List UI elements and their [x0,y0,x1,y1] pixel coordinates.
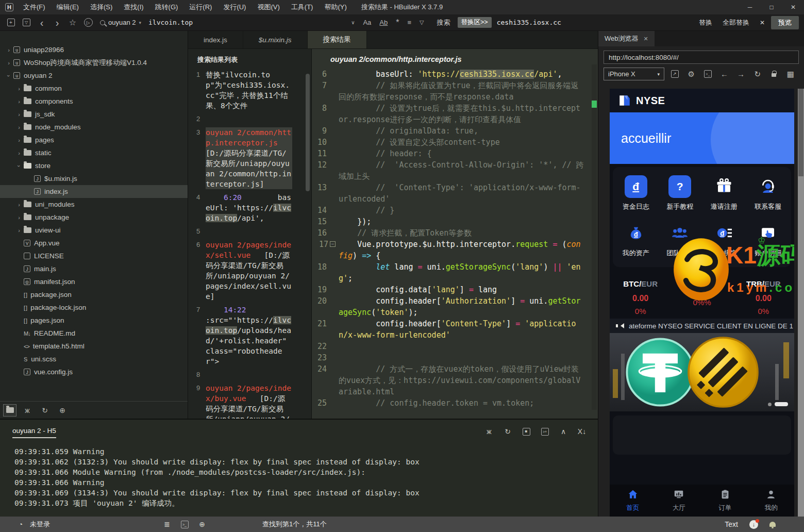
code-line[interactable]: 24 // 方式一，存放在vuex的token，假设使用了uView封装的vue… [312,363,598,397]
code-line[interactable]: 9 // originalData: true, [312,125,598,137]
open-external-icon[interactable]: ↗ [666,70,683,79]
nav-item-mine[interactable]: 我的 [748,485,795,517]
menu-T[interactable]: 工具(T) [286,0,319,14]
code-editor[interactable]: ouyuan 2/common/http.interceptor.js 6 ba… [312,49,598,419]
tree-item-node_modules[interactable]: ›node_modules [0,121,188,134]
star-icon[interactable]: ☆ [65,16,80,29]
search-result-item[interactable]: 3ouyuan 2/common/http.interceptor.js [D:… [188,127,311,189]
search-panel-scrollbar[interactable] [306,74,310,191]
carousel-dots[interactable] [768,402,788,406]
replace-all-button[interactable]: 全部替换 [718,16,753,29]
stop-icon[interactable]: ■ [521,426,532,437]
ticker[interactable]: 0.000%% [671,279,732,319]
code-line[interactable]: 13 // 'Content-Type': 'application/x-www… [312,182,598,205]
device-selector[interactable]: iPhone X ▾ [604,68,664,80]
tree-item-pages-json[interactable]: [ ]pages.json [0,314,188,327]
editor-scrollbar[interactable] [592,64,597,410]
web-icon[interactable]: ⊕ [196,520,208,528]
search-result-item[interactable]: 9ouyuan 2/pages/index/buy.vue [D:/源码分享渠道… [188,383,311,419]
menu-R[interactable]: 运行(R) [183,0,217,14]
restart-icon[interactable]: ↻ [502,426,513,437]
replace-value-input[interactable]: ceshi335.iosx.cc [497,19,561,26]
terminal-icon[interactable]: >_ [699,70,716,79]
project-selector[interactable]: ouyuan 2 ▾ [100,19,141,26]
grid-item-invite[interactable]: 邀请注册 [702,175,746,211]
menu-S[interactable]: 选择(S) [85,0,118,14]
back-icon[interactable]: ‹ [34,16,49,29]
search-result-item[interactable]: 2 [188,114,311,124]
menu-G[interactable]: 跳转(G) [149,0,184,14]
list-icon[interactable]: ≡ [404,19,415,26]
collapse-icon[interactable]: ∧ [558,426,569,437]
tree-item-template-h5-html[interactable]: <>template.h5.html [0,340,188,353]
preview-button[interactable]: 预览 [771,16,799,29]
code-line[interactable]: 21 config.header['Content-Type'] = 'appl… [312,318,598,341]
code-line[interactable]: 8 // 设置为true后，就需要在this.$u.http.intercept… [312,103,598,125]
menu-F[interactable]: 文件(F) [18,0,51,14]
tree-item-package-lock-json[interactable]: [ ]package-lock.json [0,301,188,314]
tab--u-mixin-js[interactable]: $u.mixin.js [243,31,308,48]
search-result-item[interactable]: 5 [188,226,311,237]
browser-scrollbar[interactable] [798,89,804,517]
menu-Y[interactable]: 帮助(Y) [319,0,352,14]
text-mode-indicator[interactable]: Text [725,520,738,528]
tree-item-vue-config-js[interactable]: Jvue.config.js [0,365,188,378]
grid-item-service[interactable]: 联系客服 [746,175,791,211]
search-term-input[interactable]: ilvcoin.top [148,19,193,26]
filter-icon[interactable]: ▽ [416,19,427,26]
browser-tab[interactable]: Web浏览器 ✕ [598,31,655,46]
code-line[interactable]: 15 }); [312,216,598,227]
code-line[interactable]: 12 // 'Access-Control-Allow-Origin': '*'… [312,159,598,182]
save-icon[interactable]: ▽ [19,16,34,29]
tree-item-manifest-json[interactable]: ◎manifest.json [0,275,188,288]
tree-item-static[interactable]: ›static [0,146,188,159]
tree-item-store[interactable]: ›store [0,159,188,172]
grid-item-fund-log[interactable]: đ资金日志 [614,175,658,211]
tree-item-unpackage[interactable]: ›unpackage [0,211,188,224]
grid-item-bind[interactable]: đ账户绑定 [702,222,746,258]
tree-item-pages[interactable]: ›pages [0,134,188,146]
grid-item-assets[interactable]: đ我的资产 [614,222,658,258]
code-line[interactable]: 14 // } [312,205,598,216]
grid-item-tutorial[interactable]: ?新手教程 [658,175,702,211]
gear-icon[interactable]: ⚙ [683,70,699,79]
code-line[interactable]: 7 // 如果将此值设置为true，拦截回调中将会返回服务端返回的所有数据res… [312,80,598,103]
tab-----[interactable]: 搜索结果 [308,31,367,48]
tree-item-package-json[interactable]: [ ]package.json [0,288,188,301]
close-search-button[interactable]: ✕ [756,18,769,28]
files-icon[interactable] [3,404,16,417]
unlock-icon[interactable] [766,70,782,79]
web-icon[interactable]: ⊕ [56,404,69,417]
tree-item-WoShop-----------V1-0-4[interactable]: ›uWoShop跨境商城商家管理移动端V1.0.4 [0,56,188,69]
url-input[interactable]: http://localhost:8080/#/ [604,51,799,64]
menu-E[interactable]: 编辑(E) [51,0,85,14]
back-icon[interactable]: ← [716,70,732,79]
code-line[interactable]: 17– Vue.prototype.$u.http.interceptor.re… [312,239,598,261]
replace-button[interactable]: 替换 [695,16,716,29]
search-result-item[interactable]: 7 14:22 :src="'https://ilvcoin.top/uploa… [188,305,311,367]
tree-item-uniapp28966[interactable]: ›uuniapp28966 [0,43,188,56]
grid-item-detail[interactable]: 账户明细 [746,222,791,258]
tree-item-js_sdk[interactable]: ›js_sdk [0,108,188,121]
close-icon[interactable]: ✕ [644,36,648,42]
tree-item-components[interactable]: ›components [0,95,188,108]
search-result-item[interactable]: 4 6:20 baseUrl: 'https://ilvcoin.top/api… [188,192,311,223]
menu-V[interactable]: 视图(V) [252,0,285,14]
code-line[interactable]: 20 config.header['Authorization'] = uni.… [312,295,598,318]
notice-marquee[interactable]: ateforme NYSEO SERVICE CLIENT EN LIGNE D… [610,319,794,333]
qr-icon[interactable]: ▦ [782,70,799,79]
code-line[interactable]: 22 [312,341,598,352]
tree-item-App-vue[interactable]: VApp.vue [0,237,188,250]
code-line[interactable]: 19 config.data['lang'] = lang [312,284,598,295]
new-file-icon[interactable]: + [3,16,19,29]
debug-icon[interactable]: ж [483,426,495,437]
new-terminal-icon[interactable]: >+ [539,426,550,437]
match-case-toggle[interactable]: Aa [359,19,375,26]
coins-banner[interactable] [610,333,794,411]
menu-U[interactable]: 发行(U) [217,0,252,14]
tree-item-ouyuan-2[interactable]: ›uouyuan 2 [0,69,188,82]
code-line[interactable]: 23 [312,352,598,363]
code-line[interactable]: 6 baseUrl: 'https://ceshi335.iosx.cc/api… [312,69,598,80]
tree-item--u-mixin-js[interactable]: J$u.mixin.js [0,172,188,185]
tree-item-main-js[interactable]: Jmain.js [0,262,188,275]
